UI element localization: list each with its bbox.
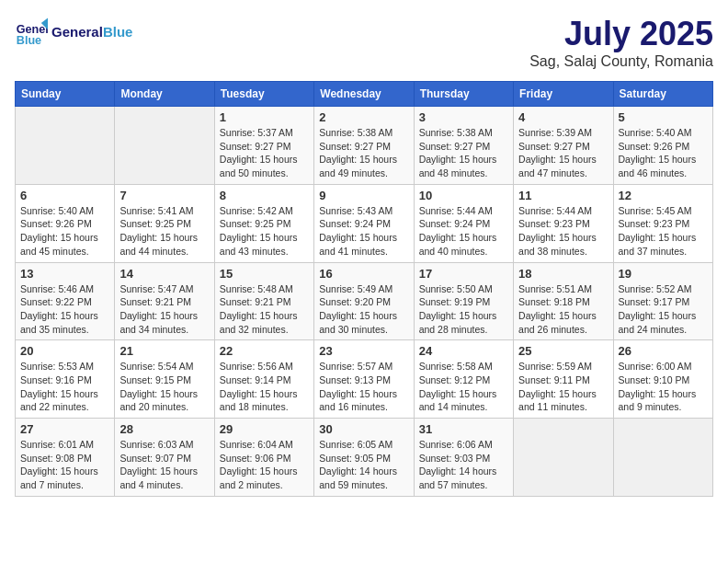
day-number: 2	[319, 110, 408, 124]
day-info: Sunrise: 5:40 AM Sunset: 9:26 PM Dayligh…	[20, 204, 109, 259]
day-info: Sunrise: 5:44 AM Sunset: 9:24 PM Dayligh…	[419, 204, 508, 259]
day-number: 17	[419, 267, 508, 281]
day-cell: 13Sunrise: 5:46 AM Sunset: 9:22 PM Dayli…	[16, 262, 115, 340]
day-number: 30	[319, 422, 408, 436]
logo-icon: General Blue	[15, 15, 48, 48]
day-number: 20	[20, 344, 109, 358]
day-number: 31	[419, 422, 508, 436]
day-cell: 7Sunrise: 5:41 AM Sunset: 9:25 PM Daylig…	[115, 184, 214, 262]
page-header: General Blue GeneralBlue July 2025 Sag, …	[15, 15, 713, 70]
day-cell: 25Sunrise: 5:59 AM Sunset: 9:11 PM Dayli…	[514, 340, 613, 419]
svg-text:Blue: Blue	[17, 34, 41, 47]
day-info: Sunrise: 5:50 AM Sunset: 9:19 PM Dayligh…	[419, 282, 508, 337]
day-info: Sunrise: 6:00 AM Sunset: 9:10 PM Dayligh…	[619, 360, 708, 414]
day-number: 4	[518, 110, 608, 124]
day-info: Sunrise: 5:38 AM Sunset: 9:27 PM Dayligh…	[419, 126, 508, 180]
day-info: Sunrise: 6:03 AM Sunset: 9:07 PM Dayligh…	[119, 438, 209, 492]
day-number: 22	[220, 344, 309, 358]
day-number: 29	[220, 422, 309, 436]
logo-text: GeneralBlue	[51, 24, 132, 40]
day-info: Sunrise: 5:46 AM Sunset: 9:22 PM Dayligh…	[20, 282, 109, 337]
day-cell: 27Sunrise: 6:01 AM Sunset: 9:08 PM Dayli…	[16, 419, 115, 497]
day-cell: 30Sunrise: 6:05 AM Sunset: 9:05 PM Dayli…	[314, 419, 414, 497]
day-number: 26	[619, 344, 708, 358]
day-info: Sunrise: 5:56 AM Sunset: 9:14 PM Dayligh…	[220, 360, 309, 414]
day-info: Sunrise: 5:37 AM Sunset: 9:27 PM Dayligh…	[220, 126, 309, 180]
day-number: 6	[20, 189, 109, 202]
day-cell: 20Sunrise: 5:53 AM Sunset: 9:16 PM Dayli…	[16, 340, 115, 419]
header-cell-monday: Monday	[115, 82, 214, 107]
week-row-5: 27Sunrise: 6:01 AM Sunset: 9:08 PM Dayli…	[16, 419, 713, 497]
header-cell-thursday: Thursday	[414, 82, 513, 107]
day-cell: 9Sunrise: 5:43 AM Sunset: 9:24 PM Daylig…	[314, 184, 414, 262]
day-info: Sunrise: 5:39 AM Sunset: 9:27 PM Dayligh…	[518, 126, 608, 180]
day-info: Sunrise: 5:40 AM Sunset: 9:26 PM Dayligh…	[619, 126, 708, 180]
header-cell-friday: Friday	[514, 82, 613, 107]
day-info: Sunrise: 5:53 AM Sunset: 9:16 PM Dayligh…	[20, 360, 109, 414]
day-number: 9	[319, 189, 408, 202]
day-number: 21	[119, 344, 209, 358]
day-number: 19	[619, 267, 708, 281]
day-cell	[115, 107, 214, 185]
day-number: 16	[319, 267, 408, 281]
day-number: 5	[619, 110, 708, 124]
day-number: 27	[20, 422, 109, 436]
day-number: 14	[119, 267, 209, 281]
day-cell: 10Sunrise: 5:44 AM Sunset: 9:24 PM Dayli…	[414, 184, 513, 262]
day-info: Sunrise: 5:38 AM Sunset: 9:27 PM Dayligh…	[319, 126, 408, 180]
day-number: 12	[619, 189, 708, 202]
day-number: 28	[119, 422, 209, 436]
day-info: Sunrise: 5:41 AM Sunset: 9:25 PM Dayligh…	[119, 204, 209, 259]
day-info: Sunrise: 5:43 AM Sunset: 9:24 PM Dayligh…	[319, 204, 408, 259]
day-info: Sunrise: 6:04 AM Sunset: 9:06 PM Dayligh…	[220, 438, 309, 492]
header-cell-wednesday: Wednesday	[314, 82, 414, 107]
day-cell: 8Sunrise: 5:42 AM Sunset: 9:25 PM Daylig…	[214, 184, 313, 262]
day-cell: 4Sunrise: 5:39 AM Sunset: 9:27 PM Daylig…	[514, 107, 613, 185]
week-row-2: 6Sunrise: 5:40 AM Sunset: 9:26 PM Daylig…	[16, 184, 713, 262]
day-cell: 5Sunrise: 5:40 AM Sunset: 9:26 PM Daylig…	[613, 107, 712, 185]
day-cell: 28Sunrise: 6:03 AM Sunset: 9:07 PM Dayli…	[115, 419, 214, 497]
day-number: 18	[518, 267, 608, 281]
day-info: Sunrise: 5:44 AM Sunset: 9:23 PM Dayligh…	[518, 204, 608, 259]
header-row: SundayMondayTuesdayWednesdayThursdayFrid…	[16, 82, 713, 107]
day-number: 24	[419, 344, 508, 358]
day-number: 25	[518, 344, 608, 358]
day-number: 3	[419, 110, 508, 124]
day-info: Sunrise: 5:47 AM Sunset: 9:21 PM Dayligh…	[119, 282, 209, 337]
day-cell: 15Sunrise: 5:48 AM Sunset: 9:21 PM Dayli…	[214, 262, 313, 340]
day-cell: 14Sunrise: 5:47 AM Sunset: 9:21 PM Dayli…	[115, 262, 214, 340]
title-block: July 2025 Sag, Salaj County, Romania	[529, 15, 713, 70]
day-cell: 21Sunrise: 5:54 AM Sunset: 9:15 PM Dayli…	[115, 340, 214, 419]
day-info: Sunrise: 5:52 AM Sunset: 9:17 PM Dayligh…	[619, 282, 708, 337]
day-cell: 18Sunrise: 5:51 AM Sunset: 9:18 PM Dayli…	[514, 262, 613, 340]
day-info: Sunrise: 5:48 AM Sunset: 9:21 PM Dayligh…	[220, 282, 309, 337]
day-info: Sunrise: 5:42 AM Sunset: 9:25 PM Dayligh…	[220, 204, 309, 259]
subtitle: Sag, Salaj County, Romania	[529, 53, 713, 70]
day-info: Sunrise: 5:57 AM Sunset: 9:13 PM Dayligh…	[319, 360, 408, 414]
day-number: 1	[220, 110, 309, 124]
day-cell: 24Sunrise: 5:58 AM Sunset: 9:12 PM Dayli…	[414, 340, 513, 419]
header-cell-saturday: Saturday	[613, 82, 712, 107]
day-cell: 29Sunrise: 6:04 AM Sunset: 9:06 PM Dayli…	[214, 419, 313, 497]
day-info: Sunrise: 6:06 AM Sunset: 9:03 PM Dayligh…	[419, 438, 508, 492]
day-cell: 22Sunrise: 5:56 AM Sunset: 9:14 PM Dayli…	[214, 340, 313, 419]
day-number: 11	[518, 189, 608, 202]
day-cell	[613, 419, 712, 497]
day-cell: 6Sunrise: 5:40 AM Sunset: 9:26 PM Daylig…	[16, 184, 115, 262]
day-info: Sunrise: 5:51 AM Sunset: 9:18 PM Dayligh…	[518, 282, 608, 337]
day-cell: 3Sunrise: 5:38 AM Sunset: 9:27 PM Daylig…	[414, 107, 513, 185]
day-number: 8	[220, 189, 309, 202]
calendar-table: SundayMondayTuesdayWednesdayThursdayFrid…	[15, 81, 713, 497]
day-info: Sunrise: 5:54 AM Sunset: 9:15 PM Dayligh…	[119, 360, 209, 414]
day-cell: 31Sunrise: 6:06 AM Sunset: 9:03 PM Dayli…	[414, 419, 513, 497]
logo: General Blue GeneralBlue	[15, 15, 132, 48]
day-cell: 19Sunrise: 5:52 AM Sunset: 9:17 PM Dayli…	[613, 262, 712, 340]
day-info: Sunrise: 5:45 AM Sunset: 9:23 PM Dayligh…	[619, 204, 708, 259]
day-cell	[514, 419, 613, 497]
day-number: 23	[319, 344, 408, 358]
header-cell-sunday: Sunday	[16, 82, 115, 107]
week-row-3: 13Sunrise: 5:46 AM Sunset: 9:22 PM Dayli…	[16, 262, 713, 340]
day-cell: 2Sunrise: 5:38 AM Sunset: 9:27 PM Daylig…	[314, 107, 414, 185]
main-title: July 2025	[529, 15, 713, 53]
day-number: 15	[220, 267, 309, 281]
